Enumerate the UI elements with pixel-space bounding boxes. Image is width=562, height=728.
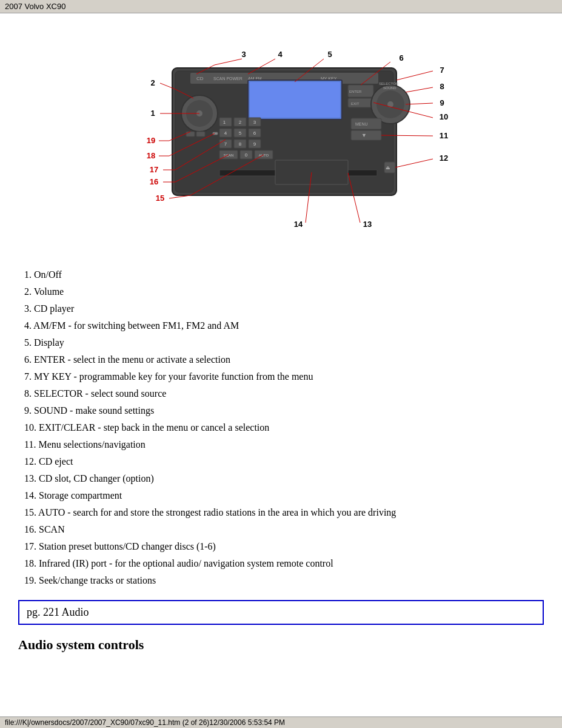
svg-text:19: 19 [146, 136, 155, 145]
svg-text:4: 4 [278, 50, 283, 59]
item-15: 15. AUTO - search for and store the stro… [24, 505, 544, 520]
svg-text:15: 15 [155, 194, 164, 203]
item-8: 8. SELECTOR - select sound source [24, 386, 544, 401]
diagram-container: CD SCAN POWER AM FM MY KEY ENTER EXIT SE… [69, 19, 493, 258]
svg-text:6: 6 [399, 53, 403, 62]
item-16: 16. SCAN [24, 522, 544, 537]
radio-diagram: CD SCAN POWER AM FM MY KEY ENTER EXIT SE… [69, 19, 493, 256]
description-list: 1. On/Off 2. Volume 3. CD player 4. AM/F… [18, 268, 544, 588]
svg-rect-11 [196, 132, 205, 136]
item-17: 17. Station preset buttons/CD changer di… [24, 539, 544, 554]
svg-line-63 [215, 59, 242, 65]
svg-text:6: 6 [253, 130, 256, 136]
svg-text:1: 1 [222, 120, 226, 125]
svg-text:▼: ▼ [361, 132, 367, 138]
svg-text:EXIT: EXIT [351, 102, 360, 106]
status-text: file:///K|/ownersdocs/2007/2007_XC90/07x… [5, 718, 285, 727]
svg-text:8: 8 [238, 141, 241, 147]
svg-text:7: 7 [440, 66, 444, 75]
svg-rect-13 [250, 82, 340, 118]
page-label: pg. 221 Audio [27, 606, 89, 618]
item-2: 2. Volume [24, 285, 544, 299]
item-18: 18. Infrared (IR) port - for the optiona… [24, 556, 544, 571]
item-5: 5. Display [24, 335, 544, 350]
svg-text:MENU: MENU [355, 122, 368, 126]
item-14: 14. Storage compartment [24, 488, 544, 503]
svg-text:SOUND: SOUND [383, 86, 396, 90]
svg-text:SELECTOR: SELECTOR [379, 82, 399, 86]
status-bar: file:///K|/ownersdocs/2007/2007_XC90/07x… [0, 716, 562, 728]
svg-text:10: 10 [439, 112, 447, 121]
svg-text:0: 0 [244, 152, 247, 158]
item-10: 10. EXIT/CLEAR - step back in the menu o… [24, 420, 544, 435]
svg-line-73 [406, 87, 433, 92]
svg-text:16: 16 [149, 177, 158, 186]
svg-text:2: 2 [238, 120, 241, 125]
svg-text:⏏: ⏏ [386, 165, 390, 170]
svg-text:2: 2 [150, 78, 155, 87]
svg-text:5: 5 [327, 50, 332, 59]
item-9: 9. SOUND - make sound settings [24, 403, 544, 418]
item-11: 11. Menu selections/navigation [24, 437, 544, 452]
svg-text:17: 17 [149, 165, 158, 174]
title-bar: 2007 Volvo XC90 [0, 0, 562, 13]
svg-text:5: 5 [238, 130, 241, 136]
svg-text:3: 3 [241, 50, 246, 59]
svg-text:SCAN POWER: SCAN POWER [213, 76, 243, 81]
svg-text:ENTER: ENTER [349, 90, 362, 93]
svg-text:3: 3 [253, 120, 256, 125]
item-13: 13. CD slot, CD changer (option) [24, 471, 544, 486]
svg-text:13: 13 [363, 220, 371, 229]
svg-text:18: 18 [146, 151, 155, 160]
page-box: pg. 221 Audio [18, 600, 544, 625]
svg-rect-10 [186, 132, 195, 136]
svg-line-71 [396, 71, 433, 80]
title-text: 2007 Volvo XC90 [5, 2, 65, 11]
svg-text:CD: CD [196, 76, 204, 81]
item-6: 6. ENTER - select in the menu or activat… [24, 352, 544, 367]
item-19: 19. Seek/change tracks or stations [24, 573, 544, 588]
section-heading: Audio system controls [18, 637, 544, 653]
svg-text:1: 1 [150, 109, 155, 118]
svg-text:9: 9 [253, 141, 256, 147]
svg-text:9: 9 [440, 98, 444, 107]
item-3: 3. CD player [24, 302, 544, 316]
svg-text:11: 11 [439, 131, 447, 140]
svg-text:4: 4 [224, 130, 227, 136]
svg-text:7: 7 [224, 141, 227, 147]
item-4: 4. AM/FM - for switching between FM1, FM… [24, 318, 544, 333]
item-7: 7. MY KEY - programmable key for your fa… [24, 369, 544, 384]
svg-line-81 [395, 159, 433, 167]
svg-text:12: 12 [439, 153, 447, 163]
item-12: 12. CD eject [24, 454, 544, 469]
svg-text:8: 8 [440, 82, 444, 91]
svg-text:14: 14 [293, 220, 303, 229]
item-1: 1. On/Off [24, 268, 544, 282]
